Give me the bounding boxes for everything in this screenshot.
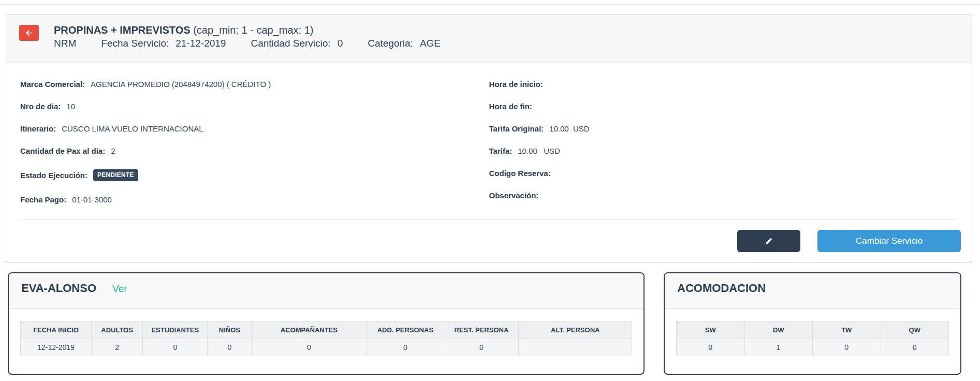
- passengers-table: FECHA INICIO ADULTOS ESTUDIANTES NIÑOS A…: [20, 321, 632, 356]
- detail-row-itinerario: Itinerario: CUSCO LIMA VUELO INTERNACION…: [20, 125, 489, 133]
- arrow-left-icon: [25, 28, 34, 37]
- table-cell: 0: [813, 339, 881, 356]
- top-divider: [0, 4, 980, 5]
- table-cell: [519, 339, 632, 356]
- passengers-panel-body: FECHA INICIO ADULTOS ESTUDIANTES NIÑOS A…: [9, 309, 643, 369]
- column-header: ACOMPAÑANTES: [252, 321, 367, 339]
- service-title-line: PROPINAS + IMPREVISTOS (cap_min: 1 - cap…: [54, 23, 441, 37]
- table-cell: 0: [444, 339, 519, 356]
- service-detail-card: PROPINAS + IMPREVISTOS (cap_min: 1 - cap…: [6, 14, 972, 263]
- detail-row-cantidad-pax: Cantidad de Pax al dia: 2: [20, 147, 489, 155]
- pencil-icon: [765, 237, 773, 245]
- service-card-body: Marca Comercial: AGENCIA PROMEDIO (20484…: [6, 63, 972, 218]
- detail-row-tarifa: Tarifa: 10.00 USD: [489, 147, 958, 155]
- service-date-field: Fecha Servicio:21-12-2019: [101, 37, 226, 50]
- status-badge: PENDIENTE: [93, 169, 138, 181]
- ver-link[interactable]: Ver: [112, 283, 127, 295]
- detail-row-hora-fin: Hora de fin:: [489, 102, 958, 110]
- detail-label: Nro de dia:: [20, 102, 61, 110]
- column-header: FECHA INICIO: [21, 321, 92, 339]
- detail-label: Hora de fin:: [489, 102, 532, 110]
- detail-row-estado-ejecucion: Estado Ejecución: PENDIENTE: [20, 169, 489, 181]
- table-cell: 12-12-2019: [21, 339, 92, 356]
- service-quantity-field: Cantidad Servicio:0: [251, 37, 343, 50]
- details-right-column: Hora de inicio: Hora de fin: Tarifa Orig…: [489, 80, 958, 218]
- detail-label: Codigo Reserva:: [489, 169, 551, 177]
- detail-label: Fecha Pago:: [20, 196, 66, 203]
- detail-label: Observación:: [489, 192, 539, 199]
- details-left-column: Marca Comercial: AGENCIA PROMEDIO (20484…: [20, 80, 489, 218]
- detail-value: 01-01-3000: [72, 196, 112, 203]
- detail-row-tarifa-original: Tarifa Original: 10.00 USD: [489, 125, 958, 133]
- detail-label: Hora de inicio:: [489, 80, 543, 88]
- table-header-row: SW DW TW QW: [677, 321, 949, 339]
- table-cell: 0: [143, 339, 208, 356]
- service-card-header: PROPINAS + IMPREVISTOS (cap_min: 1 - cap…: [6, 14, 972, 63]
- service-category-field: Categoria:AGE: [368, 37, 441, 50]
- table-cell: 0: [252, 339, 367, 356]
- detail-label: Estado Ejecución:: [20, 171, 87, 179]
- field-label: Fecha Servicio:: [101, 38, 169, 49]
- card-actions: Cambiar Servicio: [6, 219, 972, 262]
- detail-value: 10.00 USD: [518, 147, 560, 155]
- table-cell: 1: [744, 339, 813, 356]
- field-value: 0: [338, 38, 343, 49]
- column-header: ESTUDIANTES: [143, 321, 208, 339]
- column-header: DW: [744, 321, 813, 339]
- service-header-text: PROPINAS + IMPREVISTOS (cap_min: 1 - cap…: [54, 23, 441, 50]
- detail-label: Cantidad de Pax al dia:: [20, 147, 105, 155]
- detail-value: 10.00 USD: [549, 125, 590, 133]
- passengers-panel-title: EVA-ALONSO: [21, 282, 96, 295]
- detail-row-nro-de-dia: Nro de dia: 10: [20, 102, 489, 110]
- service-subtitle-line: NRM Fecha Servicio:21-12-2019 Cantidad S…: [54, 37, 441, 50]
- accommodation-panel-body: SW DW TW QW 0 1 0 0: [665, 309, 960, 369]
- column-header: NIÑOS: [208, 321, 252, 339]
- accommodation-panel: ACOMODACION SW DW TW QW 0 1 0: [664, 272, 961, 375]
- detail-value: 2: [111, 147, 115, 155]
- table-header-row: FECHA INICIO ADULTOS ESTUDIANTES NIÑOS A…: [21, 321, 632, 339]
- edit-button[interactable]: [737, 230, 800, 252]
- column-header: QW: [881, 321, 949, 339]
- detail-value: 10: [66, 102, 75, 110]
- field-value: AGE: [420, 38, 441, 49]
- bottom-panels: EVA-ALONSO Ver FECHA INICIO ADULTOS ESTU…: [8, 272, 961, 375]
- service-capacity: (cap_min: 1 - cap_max: 1): [193, 24, 313, 36]
- detail-value: CUSCO LIMA VUELO INTERNACIONAL: [62, 125, 203, 133]
- field-label: Categoria:: [368, 38, 413, 49]
- table-cell: 0: [367, 339, 444, 356]
- accommodation-panel-header: ACOMODACION: [665, 273, 960, 309]
- back-button[interactable]: [19, 25, 39, 41]
- detail-row-marca-comercial: Marca Comercial: AGENCIA PROMEDIO (20484…: [20, 80, 489, 88]
- detail-value: AGENCIA PROMEDIO (20484974200) ( CRÉDITO…: [91, 80, 271, 88]
- field-value: 21-12-2019: [175, 38, 226, 49]
- table-cell: 0: [677, 339, 745, 356]
- service-title: PROPINAS + IMPREVISTOS: [54, 24, 191, 36]
- table-cell: 2: [91, 339, 142, 356]
- detail-row-hora-inicio: Hora de inicio:: [489, 80, 958, 88]
- detail-row-codigo-reserva: Codigo Reserva:: [489, 169, 958, 177]
- table-cell: 0: [881, 339, 949, 356]
- field-label: Cantidad Servicio:: [251, 38, 330, 49]
- detail-row-fecha-pago: Fecha Pago: 01-01-3000: [20, 196, 489, 203]
- detail-label: Marca Comercial:: [20, 80, 85, 88]
- detail-row-observacion: Observación:: [489, 192, 958, 199]
- detail-label: Tarifa:: [489, 147, 513, 155]
- detail-label: Itinerario:: [20, 125, 56, 133]
- accommodation-table: SW DW TW QW 0 1 0 0: [676, 321, 949, 356]
- table-row: 12-12-2019 2 0 0 0 0 0: [21, 339, 632, 356]
- table-row: 0 1 0 0: [677, 339, 949, 356]
- column-header: REST. PERSONA: [444, 321, 519, 339]
- passengers-panel: EVA-ALONSO Ver FECHA INICIO ADULTOS ESTU…: [8, 272, 645, 375]
- detail-label: Tarifa Original:: [489, 125, 544, 133]
- change-service-button[interactable]: Cambiar Servicio: [817, 230, 961, 252]
- table-cell: 0: [208, 339, 252, 356]
- service-code: NRM: [54, 37, 76, 50]
- accommodation-panel-title: ACOMODACION: [677, 282, 766, 295]
- column-header: TW: [813, 321, 881, 339]
- column-header: SW: [677, 321, 745, 339]
- column-header: ADD. PERSONAS: [367, 321, 444, 339]
- column-header: ADULTOS: [91, 321, 142, 339]
- passengers-panel-header: EVA-ALONSO Ver: [9, 273, 643, 309]
- column-header: ALT. PERSONA: [519, 321, 632, 339]
